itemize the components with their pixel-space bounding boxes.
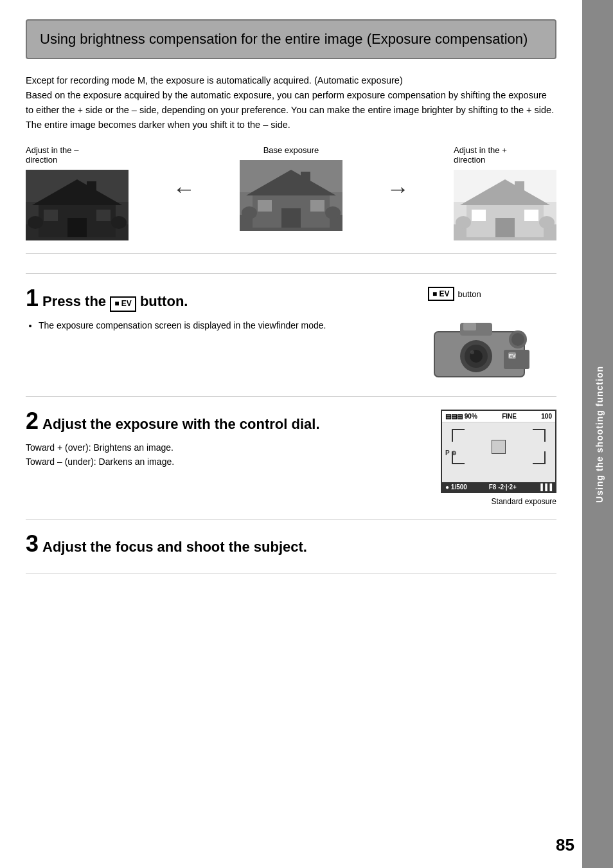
step1-title-row: 1 Press the ■ EV button. xyxy=(26,287,415,312)
header-box: Using brightness compensation for the en… xyxy=(26,19,556,59)
vf-center-square xyxy=(492,440,506,454)
arrow-left-container: ← xyxy=(173,145,196,201)
step3-number: 3 xyxy=(26,532,39,556)
step2-right: ▤▤▤ 90% FINE 100 P ⊕ xyxy=(428,410,556,506)
vf-signal: ▐▐▐ xyxy=(538,484,552,491)
svg-point-10 xyxy=(111,216,127,229)
vf-bracket-tl xyxy=(452,429,465,442)
step1-section: 1 Press the ■ EV button. The exposure co… xyxy=(26,273,556,396)
sidebar-label: Using the shooting function xyxy=(594,366,605,503)
svg-rect-29 xyxy=(524,210,538,221)
step2-title-text: Adjust the exposure with the control dia… xyxy=(42,415,319,434)
vf-bottom-bar: ● 1/500 F8 -2·|·2+ ▐▐▐ xyxy=(442,482,555,492)
diagram-center: Base exposure xyxy=(240,145,342,231)
step1-right: ■ EV button xyxy=(428,287,556,383)
step1-ev-icon: ■ EV xyxy=(428,287,454,301)
vf-bracket-tr xyxy=(533,429,546,442)
step2-number: 2 xyxy=(26,410,39,433)
viewfinder-label: Standard exposure xyxy=(492,497,556,506)
house-image-dark xyxy=(26,170,129,240)
vf-battery: ▤▤▤ 90% xyxy=(445,413,477,420)
step1-button-label: button xyxy=(458,289,481,299)
vf-p-symbol: P ⊕ xyxy=(445,449,456,457)
svg-rect-45 xyxy=(463,323,476,330)
svg-rect-19 xyxy=(301,172,310,186)
svg-rect-7 xyxy=(96,210,111,221)
vf-bracket-br xyxy=(533,451,546,464)
vf-frames: 100 xyxy=(541,413,552,420)
svg-point-39 xyxy=(470,350,474,354)
diagram-left-caption: Adjust in the – direction xyxy=(26,145,129,165)
step1-button-indicator: ■ EV button xyxy=(428,287,481,301)
svg-rect-8 xyxy=(87,181,96,195)
vf-main-area: P ⊕ xyxy=(442,422,555,471)
step2-left: 2 Adjust the exposure with the control d… xyxy=(26,410,415,469)
svg-rect-5 xyxy=(67,218,87,237)
svg-rect-27 xyxy=(495,218,515,237)
diagram-left: Adjust in the – direction xyxy=(26,145,129,240)
diagram-center-caption: Base exposure xyxy=(240,145,342,155)
step3-title-row: 3 Adjust the focus and shoot the subject… xyxy=(26,532,556,557)
sidebar: Using the shooting function xyxy=(586,0,613,868)
page-title: Using brightness compensation for the en… xyxy=(40,30,542,49)
svg-rect-42 xyxy=(504,350,529,369)
vf-quality: FINE xyxy=(502,413,517,420)
intro-section: Except for recording mode M, the exposur… xyxy=(26,73,556,133)
step2-section: 2 Adjust the exposure with the control d… xyxy=(26,396,556,519)
vf-shutter: ● 1/500 xyxy=(445,484,467,491)
vf-aperture-ev: F8 -2·|·2+ xyxy=(489,484,517,491)
svg-rect-17 xyxy=(258,200,272,212)
step2-body: Toward + (over): Brightens an image. Tow… xyxy=(26,440,415,469)
house-image-normal xyxy=(240,160,342,231)
arrow-left-icon: ← xyxy=(173,177,196,201)
intro-paragraph1: Except for recording mode M, the exposur… xyxy=(26,73,556,88)
svg-point-20 xyxy=(242,206,257,219)
svg-point-21 xyxy=(325,206,341,219)
step2-body-line1: Toward + (over): Brightens an image. xyxy=(26,440,415,455)
diagram-right: Adjust in the + direction xyxy=(454,145,556,240)
arrow-right-container: → xyxy=(387,145,410,201)
step3-section: 3 Adjust the focus and shoot the subject… xyxy=(26,519,556,574)
diagram-right-caption: Adjust in the + direction xyxy=(454,145,556,165)
step1-number: 1 xyxy=(26,287,39,310)
camera-illustration: EV xyxy=(428,312,537,383)
step1-title-text: Press the ■ EV button. xyxy=(42,293,188,312)
step1-left: 1 Press the ■ EV button. The exposure co… xyxy=(26,287,415,335)
step1-body: The exposure compensation screen is disp… xyxy=(26,318,415,332)
svg-point-32 xyxy=(539,216,555,229)
svg-point-31 xyxy=(456,216,471,229)
svg-point-41 xyxy=(511,333,524,346)
svg-rect-28 xyxy=(472,210,486,221)
arrow-right-icon: → xyxy=(387,177,410,201)
svg-rect-16 xyxy=(281,208,301,228)
svg-rect-6 xyxy=(44,210,58,221)
step2-body-line2: Toward – (under): Darkens an image. xyxy=(26,455,415,469)
step3-left: 3 Adjust the focus and shoot the subject… xyxy=(26,532,556,561)
svg-rect-30 xyxy=(515,181,524,195)
svg-text:EV: EV xyxy=(509,353,516,359)
viewfinder-screen: ▤▤▤ 90% FINE 100 P ⊕ xyxy=(441,410,556,493)
step3-title-text: Adjust the focus and shoot the subject. xyxy=(42,538,307,557)
page-number: 85 xyxy=(556,835,574,855)
ev-icon-inline: ■ EV xyxy=(110,296,136,312)
intro-paragraph2: Based on the exposure acquired by the au… xyxy=(26,88,556,133)
svg-rect-18 xyxy=(310,200,324,212)
step1-bullet: The exposure compensation screen is disp… xyxy=(39,318,415,332)
house-image-bright xyxy=(454,170,556,240)
diagram-section: Adjust in the – direction xyxy=(26,145,556,254)
step2-title-row: 2 Adjust the exposure with the control d… xyxy=(26,410,415,434)
svg-point-9 xyxy=(28,216,43,229)
vf-top-bar: ▤▤▤ 90% FINE 100 xyxy=(442,411,555,422)
